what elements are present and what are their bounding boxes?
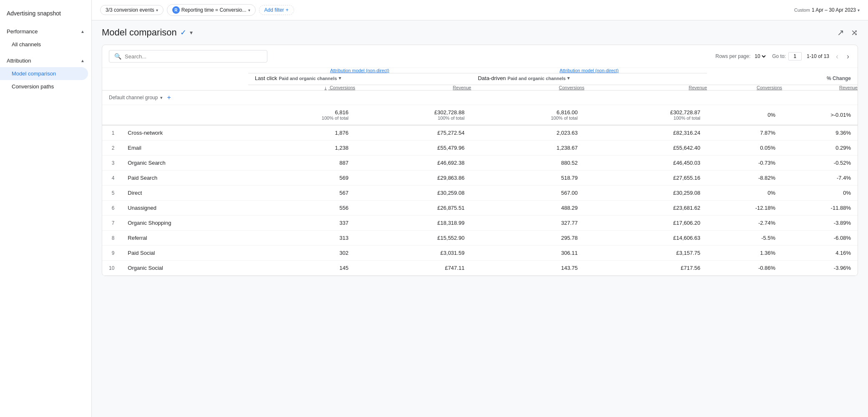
search-field[interactable]: 🔍 bbox=[109, 50, 267, 63]
rev2-value: £46,450.03 bbox=[584, 156, 707, 171]
channel-group-selector[interactable]: Default channel group ▾ + bbox=[109, 94, 242, 101]
prev-page-button[interactable]: ‹ bbox=[834, 51, 840, 62]
row-number: 7 bbox=[102, 216, 121, 231]
page-title: Model comparison bbox=[102, 27, 177, 38]
total-conv2: 6,816.00 100% of total bbox=[471, 105, 584, 126]
header-actions: ↗ ⤨ bbox=[837, 28, 858, 38]
filter-bar: 3/3 conversion events ▾ R Reporting time… bbox=[92, 0, 868, 20]
rev2-value: £717.56 bbox=[584, 261, 707, 276]
reporting-time-label: Reporting time = Conversio... bbox=[181, 7, 247, 13]
rev2-value: £27,655.16 bbox=[584, 171, 707, 186]
pct-rev-col-header[interactable]: Revenue bbox=[782, 85, 858, 90]
model1-selector[interactable]: Last click Paid and organic channels ▾ bbox=[248, 73, 471, 85]
share-icon[interactable]: ↗ bbox=[837, 28, 844, 38]
model2-selector[interactable]: Data-driven Paid and organic channels ▾ bbox=[471, 73, 707, 85]
sidebar-section-attribution-header[interactable]: Attribution ▲ bbox=[0, 54, 91, 67]
add-dimension-icon[interactable]: + bbox=[167, 94, 171, 101]
pct-conv-value: 0% bbox=[707, 186, 782, 201]
add-filter-plus-icon: + bbox=[286, 7, 289, 13]
model-header-row: Attribution model (non-direct) Attributi… bbox=[102, 68, 858, 73]
add-filter-label: Add filter bbox=[264, 7, 284, 13]
performance-label: Performance bbox=[7, 28, 38, 35]
sidebar-section-performance-header[interactable]: Performance ▲ bbox=[0, 25, 91, 38]
totals-row: 6,816 100% of total £302,728.88 100% of … bbox=[102, 105, 858, 126]
table-row: 6 Unassigned 556 £26,875.51 488.29 £23,6… bbox=[102, 201, 858, 216]
attribution-label: Attribution bbox=[7, 58, 31, 64]
search-input[interactable] bbox=[125, 53, 262, 60]
data-table: Attribution model (non-direct) Attributi… bbox=[102, 68, 858, 276]
conv1-value: 569 bbox=[248, 171, 355, 186]
rows-per-page-select[interactable]: 10 25 50 bbox=[753, 53, 767, 60]
rev2-value: £82,316.24 bbox=[584, 125, 707, 141]
sidebar-item-all-channels[interactable]: All channels bbox=[0, 38, 88, 51]
channel-group-label: Default channel group bbox=[109, 95, 158, 100]
date-range-arrow-icon: ▾ bbox=[858, 8, 860, 13]
chart-icon[interactable]: ⤨ bbox=[851, 28, 858, 38]
pct-rev-value: -6.08% bbox=[782, 231, 858, 246]
conv1-value: 337 bbox=[248, 216, 355, 231]
reporting-time-filter[interactable]: R Reporting time = Conversio... ▾ bbox=[167, 4, 256, 16]
conv1-value: 887 bbox=[248, 156, 355, 171]
goto-input[interactable] bbox=[788, 52, 802, 60]
conv1-col-header[interactable]: ↓ Conversions bbox=[248, 85, 355, 90]
model1-header[interactable]: Attribution model (non-direct) bbox=[248, 68, 471, 73]
rev1-value: £75,272.54 bbox=[355, 125, 471, 141]
table-row: 7 Organic Shopping 337 £18,318.99 327.77… bbox=[102, 216, 858, 231]
conversion-events-arrow-icon: ▾ bbox=[156, 8, 158, 13]
sidebar-item-model-comparison[interactable]: Model comparison bbox=[0, 67, 88, 80]
model1-name: Last click bbox=[255, 75, 277, 81]
pct-rev-value: -11.88% bbox=[782, 201, 858, 216]
conv2-col-header[interactable]: Conversions bbox=[471, 85, 584, 90]
empty-selector bbox=[102, 73, 248, 85]
channel-name: Cross-network bbox=[121, 125, 248, 141]
channel-group-arrow-icon[interactable]: ▾ bbox=[160, 95, 163, 100]
empty-header bbox=[102, 68, 248, 73]
sort-arrow-icon: ↓ bbox=[325, 85, 327, 90]
pct-rev-value: -7.4% bbox=[782, 171, 858, 186]
pct-rev-value: 9.36% bbox=[782, 125, 858, 141]
total-pct-rev: >-0.01% bbox=[782, 105, 858, 126]
conv2-value: 488.29 bbox=[471, 201, 584, 216]
pct-conv-value: -0.86% bbox=[707, 261, 782, 276]
conv1-value: 302 bbox=[248, 246, 355, 261]
goto-page: Go to: bbox=[772, 52, 802, 60]
reporting-time-arrow-icon: ▾ bbox=[248, 8, 250, 13]
rows-per-page-label: Rows per page: bbox=[715, 53, 750, 59]
conversion-events-filter[interactable]: 3/3 conversion events ▾ bbox=[100, 5, 164, 15]
model2-header[interactable]: Attribution model (non-direct) bbox=[471, 68, 707, 73]
conv1-value: 1,876 bbox=[248, 125, 355, 141]
model2-name: Data-driven bbox=[478, 75, 506, 81]
conv2-value: 306.11 bbox=[471, 246, 584, 261]
row-number: 3 bbox=[102, 156, 121, 171]
pct-conv-value: 7.87% bbox=[707, 125, 782, 141]
add-filter-button[interactable]: Add filter + bbox=[259, 5, 294, 15]
pct-conv-value: -8.82% bbox=[707, 171, 782, 186]
row-number: 1 bbox=[102, 125, 121, 141]
rev2-col-header[interactable]: Revenue bbox=[584, 85, 707, 90]
row-number: 9 bbox=[102, 246, 121, 261]
page-info: 1-10 of 13 bbox=[807, 53, 829, 59]
row-number: 8 bbox=[102, 231, 121, 246]
row-number: 4 bbox=[102, 171, 121, 186]
performance-chevron-icon: ▲ bbox=[81, 29, 85, 34]
row-number: 10 bbox=[102, 261, 121, 276]
col-header-row: ↓ Conversions Revenue Conversions Revenu… bbox=[102, 85, 858, 90]
conv2-value: 143.75 bbox=[471, 261, 584, 276]
pct-rev-value: -3.89% bbox=[782, 216, 858, 231]
page-title-dropdown-icon[interactable]: ▾ bbox=[190, 29, 193, 36]
next-page-button[interactable]: › bbox=[845, 51, 851, 62]
rev1-value: £30,259.08 bbox=[355, 186, 471, 201]
model1-dropdown-icon[interactable]: ▾ bbox=[339, 75, 341, 81]
pct-conv-value: -0.73% bbox=[707, 156, 782, 171]
rev1-col-header[interactable]: Revenue bbox=[355, 85, 471, 90]
model2-dropdown-icon[interactable]: ▾ bbox=[567, 75, 570, 81]
rev2-value: £30,259.08 bbox=[584, 186, 707, 201]
date-range-selector[interactable]: Custom 1 Apr – 30 Apr 2023 ▾ bbox=[794, 7, 860, 13]
sidebar-item-conversion-paths[interactable]: Conversion paths bbox=[0, 80, 88, 93]
rev2-value: £14,606.63 bbox=[584, 231, 707, 246]
model2-sub: Paid and organic channels bbox=[508, 76, 566, 81]
row-number: 5 bbox=[102, 186, 121, 201]
model1-sub: Paid and organic channels bbox=[279, 76, 337, 81]
pct-rev-value: 0.29% bbox=[782, 141, 858, 156]
pct-conv-col-header[interactable]: Conversions bbox=[707, 85, 782, 90]
